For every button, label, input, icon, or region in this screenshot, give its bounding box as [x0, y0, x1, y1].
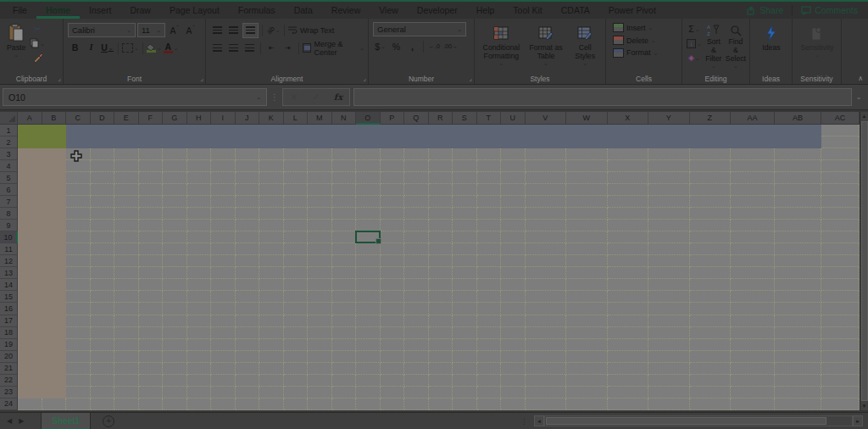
grid-cell-N21[interactable]	[332, 363, 357, 375]
grid-cell-X4[interactable]	[608, 160, 649, 172]
grid-cell-Q15[interactable]	[404, 291, 429, 303]
grid-cell-M6[interactable]	[308, 184, 332, 196]
grow-font-button[interactable]: Aˆ	[167, 24, 181, 37]
grid-cell-T21[interactable]	[477, 363, 502, 375]
grid-cell-N12[interactable]	[332, 255, 357, 267]
row-header-14[interactable]: 14	[0, 279, 18, 291]
grid-cell-J23[interactable]	[236, 387, 260, 398]
grid-cell-Y16[interactable]	[648, 303, 690, 315]
grid-cell-Q10[interactable]	[404, 231, 429, 243]
grid-cell-D18[interactable]	[91, 327, 115, 339]
delete-cells-button[interactable]: Delete ⌄	[613, 35, 656, 47]
grid-cell-AB1[interactable]	[775, 125, 821, 136]
grid-cell-G16[interactable]	[163, 303, 187, 315]
column-header-E[interactable]: E	[114, 112, 139, 125]
row-header-9[interactable]: 9	[0, 220, 18, 231]
grid-cell-X6[interactable]	[608, 184, 649, 196]
grid-cell-Y15[interactable]	[648, 291, 690, 303]
grid-cell-Y7[interactable]	[648, 196, 690, 208]
grid-cell-M21[interactable]	[308, 363, 332, 375]
grid-cell-B10[interactable]	[42, 231, 67, 243]
grid-cell-L14[interactable]	[284, 279, 309, 291]
grid-cell-M9[interactable]	[308, 220, 332, 231]
grid-cell-D4[interactable]	[91, 160, 115, 172]
column-header-Q[interactable]: Q	[404, 112, 429, 125]
grid-cell-N16[interactable]	[332, 303, 357, 315]
grid-cell-N14[interactable]	[332, 279, 357, 291]
grid-cell-B22[interactable]	[42, 375, 67, 387]
grid-cell-AB24[interactable]	[775, 398, 821, 410]
grid-cell-C15[interactable]	[66, 291, 91, 303]
grid-cell-F22[interactable]	[139, 375, 164, 387]
ribbon-tab-power-pivot[interactable]: Power Pivot	[599, 2, 665, 19]
comments-button[interactable]: Comments	[801, 5, 858, 15]
grid-cell-AA11[interactable]	[731, 243, 775, 255]
grid-cell-A19[interactable]	[18, 339, 42, 351]
grid-cell-AB19[interactable]	[775, 339, 821, 351]
grid-cell-P1[interactable]	[381, 125, 405, 136]
percent-style-button[interactable]: %	[389, 40, 403, 53]
grid-cell-U11[interactable]	[501, 243, 526, 255]
grid-cell-Q5[interactable]	[404, 172, 429, 184]
font-color-button[interactable]: A ⌄	[164, 42, 179, 55]
grid-cell-T18[interactable]	[477, 327, 502, 339]
grid-cell-K18[interactable]	[259, 327, 284, 339]
grid-cell-H2[interactable]	[187, 136, 212, 148]
grid-cell-L10[interactable]	[284, 231, 309, 243]
grid-cell-AB13[interactable]	[775, 267, 821, 279]
grid-cell-J1[interactable]	[236, 125, 260, 136]
grid-cell-V10[interactable]	[526, 231, 567, 243]
grid-cell-Q8[interactable]	[404, 208, 429, 220]
grid-cell-F2[interactable]	[139, 136, 164, 148]
grid-cell-E9[interactable]	[114, 220, 139, 231]
grid-cell-J20[interactable]	[236, 351, 260, 363]
grid-cell-AC9[interactable]	[821, 220, 860, 231]
column-header-I[interactable]: I	[211, 112, 236, 125]
grid-cell-W9[interactable]	[566, 220, 608, 231]
grid-cell-X10[interactable]	[608, 231, 649, 243]
grid-cell-N17[interactable]	[332, 315, 357, 327]
row-header-16[interactable]: 16	[0, 303, 18, 315]
grid-cell-G9[interactable]	[163, 220, 187, 231]
grid-cell-U6[interactable]	[501, 184, 526, 196]
ribbon-tab-developer[interactable]: Developer	[408, 2, 467, 19]
grid-cell-AA8[interactable]	[731, 208, 775, 220]
alignment-dialog-launcher[interactable]: ⌟	[363, 75, 366, 82]
grid-cell-Z10[interactable]	[690, 231, 732, 243]
grid-cell-W24[interactable]	[566, 398, 608, 410]
row-header-3[interactable]: 3	[0, 148, 18, 160]
grid-cell-Y1[interactable]	[648, 125, 690, 136]
grid-cell-X19[interactable]	[608, 339, 649, 351]
grid-cell-E8[interactable]	[114, 208, 139, 220]
grid-cell-H15[interactable]	[187, 291, 212, 303]
grid-cell-AC19[interactable]	[821, 339, 860, 351]
grid-cell-M2[interactable]	[308, 136, 332, 148]
grid-cell-B23[interactable]	[42, 387, 67, 398]
grid-cell-K8[interactable]	[259, 208, 284, 220]
grid-cell-O19[interactable]	[356, 339, 381, 351]
grid-cell-Z20[interactable]	[690, 351, 732, 363]
grid-cell-AA24[interactable]	[731, 398, 775, 410]
ribbon-tab-file[interactable]: File	[3, 2, 36, 19]
grid-cell-R8[interactable]	[429, 208, 453, 220]
grid-cell-E11[interactable]	[114, 243, 139, 255]
grid-cell-D14[interactable]	[91, 279, 115, 291]
grid-cell-J15[interactable]	[236, 291, 260, 303]
grid-cell-AB7[interactable]	[775, 196, 821, 208]
column-header-A[interactable]: A	[18, 112, 42, 125]
grid-cell-E6[interactable]	[114, 184, 139, 196]
grid-cell-X7[interactable]	[608, 196, 649, 208]
grid-cell-D11[interactable]	[91, 243, 115, 255]
grid-cell-N1[interactable]	[332, 125, 357, 136]
grid-cell-AC2[interactable]	[821, 136, 860, 148]
grid-cell-C18[interactable]	[66, 327, 91, 339]
grid-cell-O6[interactable]	[356, 184, 381, 196]
shrink-font-button[interactable]: Aˇ	[183, 24, 198, 37]
grid-cell-Z19[interactable]	[690, 339, 732, 351]
grid-cell-A3[interactable]	[18, 148, 42, 160]
grid-cell-W13[interactable]	[566, 267, 608, 279]
column-header-P[interactable]: P	[381, 112, 405, 125]
grid-cell-A15[interactable]	[18, 291, 42, 303]
format-painter-button[interactable]	[30, 51, 45, 64]
grid-cell-J11[interactable]	[236, 243, 260, 255]
